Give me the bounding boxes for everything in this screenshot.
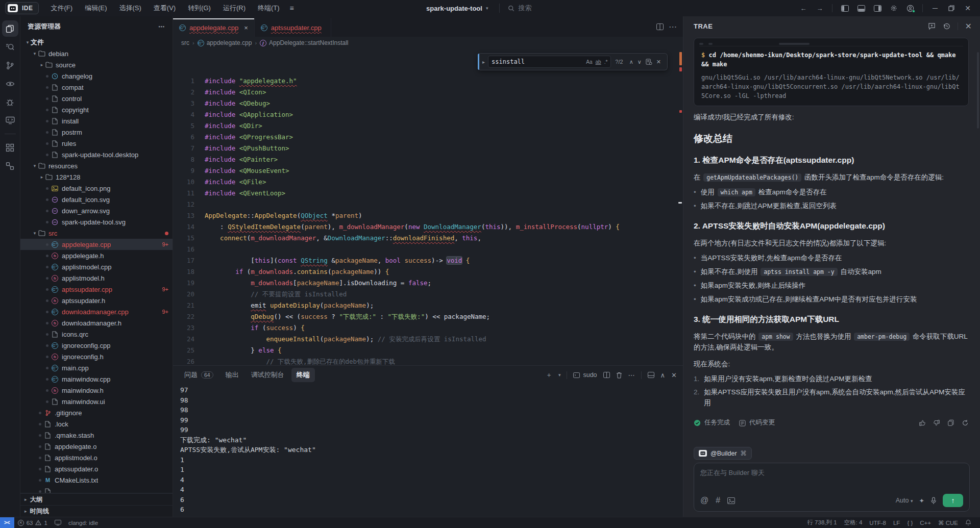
status-item[interactable]: LF [890, 520, 903, 526]
breadcrumb-file[interactable]: C⁺ appdelegate.cpp [198, 39, 252, 46]
tree-item-applistmodel.o[interactable]: applistmodel.o [20, 452, 173, 463]
tree-item-rules[interactable]: rules [20, 138, 173, 149]
toggle-panel-icon[interactable] [854, 2, 868, 14]
status-item[interactable]: 行 738,列 1 [803, 519, 840, 526]
editor-screen-icon[interactable] [51, 520, 65, 525]
tree-item-spark-update-tool.desktop[interactable]: spark-update-tool.desktop [20, 149, 173, 160]
tree-item-spark-update-tool.svg[interactable]: spark-update-tool.svg [20, 216, 173, 228]
explorer-icon[interactable] [2, 20, 18, 37]
breadcrumb[interactable]: src › C⁺ appdelegate.cpp › ƒ AppDelegate… [173, 37, 683, 49]
toggle-sidebar-icon[interactable] [838, 2, 852, 14]
tree-item-copyright[interactable]: copyright [20, 104, 173, 115]
editor-tab-aptssupdater.cpp[interactable]: C⁺aptssupdater.cpp [255, 18, 331, 37]
tree-item-ignoreconfig.h[interactable]: hignoreconfig.h [20, 351, 173, 362]
tree-item-resources[interactable]: ▾resources [20, 160, 173, 171]
tree-item-mainwindow.h[interactable]: hmainwindow.h [20, 385, 173, 396]
send-button[interactable]: ↑ [943, 494, 963, 507]
app-logo[interactable]: IDE [5, 2, 39, 14]
toggle-replace-icon[interactable]: ▸ [479, 59, 488, 65]
tree-item-appdelegate.o[interactable]: appdelegate.o [20, 441, 173, 452]
panel-scrollbar[interactable] [977, 52, 979, 129]
tree-item-downloadmanager.h[interactable]: hdownloadmanager.h [20, 317, 173, 329]
sparkle-icon[interactable]: ✦ [919, 497, 924, 505]
chat-history-icon[interactable] [943, 22, 950, 30]
status-item[interactable]: 空格: 4 [841, 519, 866, 526]
extensions-icon[interactable] [2, 139, 18, 156]
window-minimize-icon[interactable]: ─ [928, 2, 942, 14]
terminal-more-icon[interactable]: ⋯ [628, 371, 635, 379]
terminal-session-item[interactable]: sudo [573, 371, 597, 379]
tree-item-down_arrow.svg[interactable]: down_arrow.svg [20, 205, 173, 216]
status-item[interactable]: { } [903, 520, 916, 526]
tree-item-main.cpp[interactable]: C⁺main.cpp [20, 362, 173, 373]
tree-item-changelog[interactable]: changelog [20, 70, 173, 82]
breadcrumb-symbol[interactable]: ƒ AppDelegate::startNextInstall [260, 39, 348, 46]
thumbs-up-icon[interactable] [919, 419, 926, 426]
code-change-button[interactable]: 代码变更 [739, 418, 775, 428]
clangd-status[interactable]: clangd: idle [65, 520, 102, 526]
status-item[interactable]: ⌘ CUE [935, 519, 962, 526]
problems-status[interactable]: ✕ 63 1 [14, 520, 51, 526]
tree-item-128*128[interactable]: ▸128*128 [20, 171, 173, 183]
tree-item-clipped[interactable] [20, 486, 173, 493]
source-control-icon[interactable] [2, 57, 18, 73]
tree-item-source[interactable]: ▸source [20, 59, 173, 70]
new-chat-icon[interactable] [928, 22, 936, 30]
tree-item-.gitignore[interactable]: .gitignore [20, 407, 173, 418]
tree-item-compat[interactable]: compat [20, 82, 173, 93]
menu-item[interactable]: 查看(V) [149, 2, 181, 15]
status-item[interactable]: C++ [916, 520, 935, 526]
menu-item[interactable]: 转到(G) [183, 2, 216, 15]
more-menu-icon[interactable]: ≡ [285, 2, 299, 14]
tree-item-CMakeLists.txt[interactable]: MCMakeLists.txt [20, 474, 173, 486]
tree-item-default_icon.svg[interactable]: default_icon.svg [20, 194, 173, 205]
tab-close-icon[interactable]: × [244, 24, 248, 32]
chat-input-box[interactable]: 您正在与 Builder 聊天 @ # Auto ▾ ✦ ↑ [694, 463, 970, 512]
whole-word-icon[interactable]: ab [596, 59, 601, 65]
tree-section-文件[interactable]: ▾文件 [20, 37, 173, 48]
mic-icon[interactable] [930, 497, 937, 505]
hash-icon[interactable]: # [716, 496, 720, 505]
tree-item-mainwindow.ui[interactable]: mainwindow.ui [20, 396, 173, 407]
tree-item-appdelegate.h[interactable]: happdelegate.h [20, 250, 173, 261]
tree-item-ignoreconfig.cpp[interactable]: C⁺ignoreconfig.cpp [20, 340, 173, 351]
tree-item-icons.qrc[interactable]: icons.qrc [20, 329, 173, 340]
mention-icon[interactable]: @ [700, 496, 708, 505]
regenerate-icon[interactable] [962, 419, 969, 426]
tree-item-appdelegate.cpp[interactable]: C⁺appdelegate.cpp9+ [20, 239, 173, 250]
tree-item-applistmodel.cpp[interactable]: C⁺applistmodel.cpp [20, 261, 173, 272]
timeline-section[interactable]: ▸ 时间线 [20, 505, 173, 517]
search-icon[interactable] [2, 39, 18, 55]
tree-item-control[interactable]: control [20, 93, 173, 104]
panel-tab-调试控制台[interactable]: 调试控制台 [246, 368, 289, 382]
breadcrumb-folder[interactable]: src [181, 39, 189, 46]
watch-icon[interactable] [2, 76, 18, 92]
find-next-icon[interactable]: ∨ [635, 59, 644, 65]
global-search[interactable]: 搜索 [499, 4, 531, 13]
window-close-icon[interactable]: ✕ [961, 2, 975, 14]
maximize-panel-icon[interactable]: ∧ [660, 371, 666, 379]
find-input[interactable]: ssinstall Aa ab .* [488, 56, 611, 68]
window-restore-icon[interactable] [944, 2, 959, 14]
tree-item-aptssupdater.h[interactable]: haptssupdater.h [20, 295, 173, 306]
new-terminal-icon[interactable]: ＋ [546, 370, 552, 380]
terminal-profile-chevron-icon[interactable]: ▾ [558, 372, 561, 378]
copy-icon[interactable] [947, 419, 954, 426]
find-close-icon[interactable]: ✕ [654, 59, 663, 65]
panel-tab-问题[interactable]: 问题64 [179, 368, 218, 382]
split-editor-icon[interactable] [656, 23, 664, 30]
close-panel-icon[interactable]: ✕ [965, 21, 972, 31]
panel-tab-输出[interactable]: 输出 [220, 368, 244, 382]
tree-item-src[interactable]: ▾src [20, 228, 173, 239]
builder-context-chip[interactable]: @Builder ⌘ [694, 447, 752, 460]
tree-item-install[interactable]: install [20, 115, 173, 127]
menu-item[interactable]: 终端(T) [253, 2, 285, 15]
tree-item-downloadmanager.cpp[interactable]: C⁺downloadmanager.cpp9+ [20, 306, 173, 317]
sidebar-more-actions-icon[interactable]: ⋯ [158, 23, 165, 31]
tree-item-.lock[interactable]: .lock [20, 418, 173, 430]
tree-item-aptssupdater.cpp[interactable]: C⁺aptssupdater.cpp9+ [20, 284, 173, 295]
code-editor[interactable]: 1#include "appdelegate.h"2#include <QIco… [173, 49, 683, 365]
tree-item-mainwindow.cpp[interactable]: C⁺mainwindow.cpp [20, 373, 173, 385]
menu-item[interactable]: 选择(S) [114, 2, 146, 15]
attach-image-icon[interactable] [727, 497, 735, 504]
